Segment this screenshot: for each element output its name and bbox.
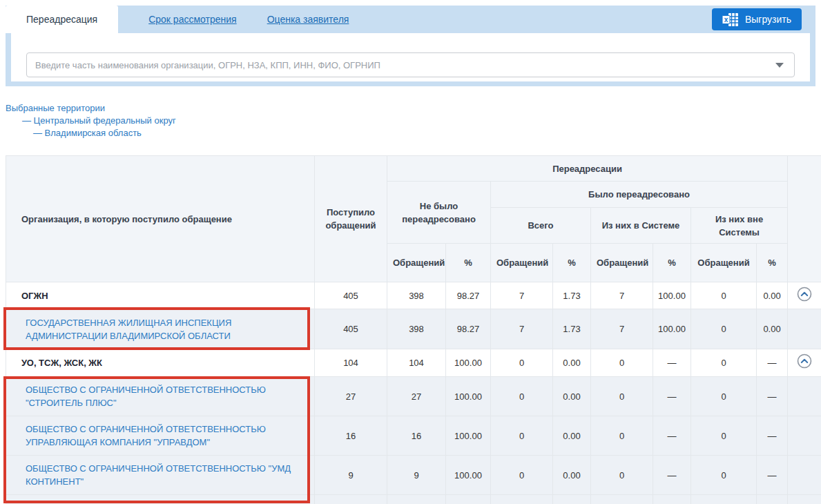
tab-pereadresaciya[interactable]: Переадресация <box>6 6 118 33</box>
header-percent: % <box>757 244 788 282</box>
header-appeals: Обращений <box>387 244 446 282</box>
collapse-group-button[interactable] <box>797 287 812 302</box>
value-cell: 27 <box>315 377 387 416</box>
value-cell: 16 <box>387 416 446 456</box>
header-out-system: Из них вне Системы <box>691 208 788 244</box>
value-cell: 405 <box>315 282 387 309</box>
value-cell: 0 <box>491 349 553 377</box>
value-cell: 1.73 <box>553 309 591 349</box>
territory-link-central-district[interactable]: — Центральный федеральный округ <box>22 115 176 126</box>
value-cell: 16 <box>315 416 387 456</box>
value-cell: 0 <box>691 377 757 416</box>
value-cell: 9 <box>315 456 387 495</box>
value-cell: 100.00 <box>653 309 691 349</box>
report-panel: Переадресация Срок рассмотрения Оценка з… <box>6 6 815 86</box>
value-cell: 7 <box>491 282 553 309</box>
header-not-redirected: Не было переадресовано <box>387 182 491 244</box>
header-redirections: Переадресации <box>387 156 788 182</box>
search-box <box>26 52 795 77</box>
value-cell: — <box>757 349 788 377</box>
collapse-group-button[interactable] <box>797 353 812 369</box>
value-cell: 104 <box>387 349 446 377</box>
territories-title-link[interactable]: Выбранные территории <box>6 103 105 113</box>
redirections-table: Организация, в которую поступило обращен… <box>6 155 821 504</box>
value-cell: 0 <box>691 416 757 456</box>
table-row: ОБЩЕСТВО С ОГРАНИЧЕННОЙ ОТВЕТСТВЕННОСТЬЮ… <box>6 456 821 495</box>
header-received: Поступило обращений <box>315 156 387 282</box>
value-cell: 0.00 <box>757 309 788 349</box>
dropdown-caret-icon[interactable] <box>775 63 784 68</box>
collapse-cell <box>788 282 821 309</box>
header-icon-column <box>788 156 821 282</box>
value-cell: 0 <box>491 456 553 495</box>
organization-search-input[interactable] <box>26 52 795 77</box>
tab-ocenka-zayavitelya[interactable]: Оценка заявителя <box>267 14 349 25</box>
collapse-cell <box>788 349 821 377</box>
value-cell: 0 <box>591 349 653 377</box>
selected-territories: Выбранные территории — Центральный федер… <box>6 102 176 139</box>
header-total: Всего <box>491 208 591 244</box>
value-cell: 100.00 <box>446 416 491 456</box>
organization-link-cell: ОБЩЕСТВО С ОГРАНИЧЕННОЙ ОТВЕТСТВЕННОСТЬЮ… <box>6 416 315 456</box>
organization-link-cell: ОБЩЕСТВО С ОГРАНИЧЕННОЙ ОТВЕТСТВЕННОСТЬЮ… <box>6 377 315 416</box>
header-appeals: Обращений <box>691 244 757 282</box>
tab-srok-rassmotreniya[interactable]: Срок рассмотрения <box>148 14 237 25</box>
organization-link-cell: ГОСУДАРСТВЕННАЯ ЖИЛИЩНАЯ ИНСПЕКЦИЯ АДМИН… <box>6 309 315 349</box>
value-cell: 0.00 <box>553 349 591 377</box>
svg-text:x: x <box>724 16 728 23</box>
organization-link[interactable]: ГОСУДАРСТВЕННАЯ ЖИЛИЩНАЯ ИНСПЕКЦИЯ АДМИН… <box>26 318 231 341</box>
value-cell: — <box>757 456 788 495</box>
value-cell: 0 <box>491 416 553 456</box>
value-cell: 0.00 <box>553 456 591 495</box>
value-cell: 0 <box>491 377 553 416</box>
value-cell: 104 <box>315 349 387 377</box>
value-cell: 100.00 <box>446 456 491 495</box>
value-cell: 7 <box>591 309 653 349</box>
table-row: ОБЩЕСТВО С ОГРАНИЧЕННОЙ ОТВЕТСТВЕННОСТЬЮ… <box>6 377 821 416</box>
table-body: ОГЖН40539898.2771.737100.0000.00ГОСУДАРС… <box>6 282 821 504</box>
organization-link[interactable]: ОБЩЕСТВО С ОГРАНИЧЕННОЙ ОТВЕТСТВЕННОСТЬЮ… <box>26 385 266 408</box>
table-row: ОГЖН40539898.2771.737100.0000.00 <box>6 282 821 309</box>
header-percent: % <box>553 244 591 282</box>
value-cell: 1.73 <box>553 282 591 309</box>
value-cell: — <box>757 377 788 416</box>
header-appeals: Обращений <box>491 244 553 282</box>
value-cell: — <box>757 416 788 456</box>
value-cell: 98.27 <box>446 282 491 309</box>
value-cell: 0 <box>691 456 757 495</box>
tab-bar: Переадресация Срок рассмотрения Оценка з… <box>11 6 810 33</box>
value-cell: 0 <box>691 349 757 377</box>
value-cell: — <box>653 349 691 377</box>
value-cell: 0 <box>591 416 653 456</box>
value-cell: 100.00 <box>653 282 691 309</box>
value-cell: 7 <box>491 309 553 349</box>
empty-icon-cell <box>788 309 821 349</box>
value-cell: 0.00 <box>553 377 591 416</box>
organization-link-cell: ОБЩЕСТВО С ОГРАНИЧЕННОЙ ОТВЕТСТВЕННОСТЬЮ… <box>6 456 315 495</box>
excel-icon: x <box>722 13 739 26</box>
header-percent: % <box>653 244 691 282</box>
export-button[interactable]: x Выгрузить <box>712 8 802 30</box>
value-cell: — <box>653 377 691 416</box>
table-row: УО, ТСЖ, ЖСК, ЖК104104100.0000.000—0— <box>6 349 821 377</box>
value-cell: 0.00 <box>757 282 788 309</box>
header-in-system: Из них в Системе <box>591 208 691 244</box>
empty-icon-cell <box>788 416 821 456</box>
organization-link[interactable]: ОБЩЕСТВО С ОГРАНИЧЕННОЙ ОТВЕТСТВЕННОСТЬЮ… <box>26 463 291 487</box>
table-header: Организация, в которую поступило обращен… <box>6 156 821 282</box>
organization-group-cell: ОГЖН <box>6 282 315 309</box>
value-cell: 27 <box>387 377 446 416</box>
table-row: ОБЩЕСТВО С ОГРАНИЧЕННОЙ ОТВЕТСТВЕННОСТЬЮ… <box>6 416 821 456</box>
territory-link-vladimir-region[interactable]: — Владимирская область <box>33 128 142 138</box>
value-cell: — <box>653 416 691 456</box>
value-cell: 100.00 <box>446 349 491 377</box>
header-organization: Организация, в которую поступило обращен… <box>6 156 315 282</box>
value-cell: 0 <box>691 309 757 349</box>
export-button-label: Выгрузить <box>745 14 791 25</box>
value-cell: 0 <box>591 377 653 416</box>
organization-link[interactable]: ОБЩЕСТВО С ОГРАНИЧЕННОЙ ОТВЕТСТВЕННОСТЬЮ… <box>26 424 266 447</box>
value-cell: 98.27 <box>446 309 491 349</box>
empty-icon-cell <box>788 456 821 495</box>
organization-group-cell: УО, ТСЖ, ЖСК, ЖК <box>6 349 315 377</box>
value-cell: 100.00 <box>446 377 491 416</box>
